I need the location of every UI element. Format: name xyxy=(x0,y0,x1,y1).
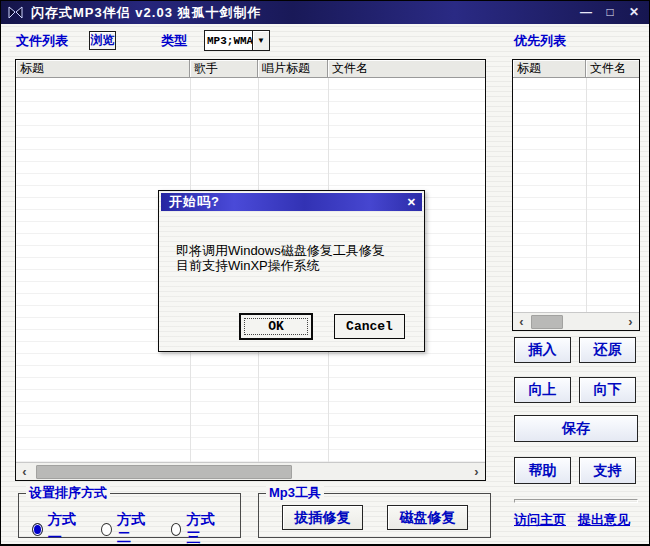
progress-groove xyxy=(514,499,638,503)
priority-list-body[interactable] xyxy=(513,78,639,312)
radio-unselected-icon[interactable] xyxy=(101,523,112,536)
priority-list-label: 优先列表 xyxy=(514,32,566,50)
mp3-tools-group: Mp3工具 拔插修复 磁盘修复 xyxy=(258,493,491,538)
scroll-track[interactable] xyxy=(33,464,468,480)
priority-list-header: 标题 文件名 xyxy=(513,60,639,78)
priority-list-table[interactable]: 标题 文件名 ‹ › xyxy=(512,59,640,331)
column-header-album[interactable]: 唱片标题 xyxy=(258,60,328,78)
file-list-hscrollbar[interactable]: ‹ › xyxy=(16,462,485,480)
type-label: 类型 xyxy=(161,32,187,50)
close-icon[interactable]: ✕ xyxy=(627,1,641,24)
up-button[interactable]: 向上 xyxy=(514,377,571,403)
radio-method-2[interactable]: 方式二 xyxy=(101,511,150,546)
insert-button[interactable]: 插入 xyxy=(514,337,571,363)
dialog-title-bar: 开始吗? ✕ xyxy=(161,193,422,211)
file-type-value: MP3;WMA xyxy=(205,31,252,50)
maximize-icon[interactable]: □ xyxy=(603,1,617,24)
radio-selected-icon[interactable] xyxy=(32,523,43,536)
help-button[interactable]: 帮助 xyxy=(514,457,571,484)
app-icon xyxy=(8,6,23,19)
dialog-message-line2: 目前支持WinXP操作系统 xyxy=(176,258,385,273)
dialog-title: 开始吗? xyxy=(169,193,220,211)
column-divider xyxy=(586,78,587,312)
scroll-right-icon[interactable]: › xyxy=(622,313,639,330)
column-header-filename[interactable]: 文件名 xyxy=(328,60,485,78)
scroll-right-icon[interactable]: › xyxy=(468,463,485,480)
scroll-left-icon[interactable]: ‹ xyxy=(513,313,530,330)
minimize-icon[interactable]: — xyxy=(579,1,593,24)
scroll-thumb[interactable] xyxy=(531,315,563,329)
radio-method-3[interactable]: 方式三 xyxy=(171,511,220,546)
file-list-label: 文件列表 xyxy=(16,32,68,50)
dialog-close-icon[interactable]: ✕ xyxy=(407,193,416,211)
app-window: 闪存式MP3伴侣 v2.03 独孤十剑制作 — □ ✕ 文件列表 浏览 类型 M… xyxy=(0,0,650,546)
radio-label: 方式二 xyxy=(117,511,151,546)
title-bar: 闪存式MP3伴侣 v2.03 独孤十剑制作 — □ ✕ xyxy=(1,1,649,24)
priority-list-hscrollbar[interactable]: ‹ › xyxy=(513,312,639,330)
radio-label: 方式一 xyxy=(48,511,82,546)
scroll-track[interactable] xyxy=(530,314,622,330)
chevron-down-icon[interactable]: ▼ xyxy=(252,31,269,50)
column-header-artist[interactable]: 歌手 xyxy=(190,60,258,78)
radio-label: 方式三 xyxy=(186,511,220,546)
radio-unselected-icon[interactable] xyxy=(171,523,182,536)
homepage-link[interactable]: 访问主页 xyxy=(514,511,566,529)
column-header-title[interactable]: 标题 xyxy=(513,60,586,78)
dialog-message: 即将调用Windows磁盘修复工具修复 目前支持WinXP操作系统 xyxy=(176,243,385,273)
restore-button[interactable]: 还原 xyxy=(579,337,636,363)
disk-repair-button[interactable]: 磁盘修复 xyxy=(387,505,468,530)
file-list-header: 标题 歌手 唱片标题 文件名 xyxy=(16,60,485,78)
column-header-title[interactable]: 标题 xyxy=(16,60,190,78)
file-type-select[interactable]: MP3;WMA ▼ xyxy=(204,30,270,51)
sort-group-title: 设置排序方式 xyxy=(26,485,110,500)
scroll-left-icon[interactable]: ‹ xyxy=(16,463,33,480)
sort-method-group: 设置排序方式 方式一 方式二 方式三 xyxy=(18,493,241,538)
browse-button[interactable]: 浏览 xyxy=(89,31,116,50)
ok-button[interactable]: OK xyxy=(240,314,312,339)
down-button[interactable]: 向下 xyxy=(579,377,636,403)
save-button[interactable]: 保存 xyxy=(514,415,638,442)
support-button[interactable]: 支持 xyxy=(579,457,636,484)
scroll-thumb[interactable] xyxy=(36,465,292,479)
column-header-filename[interactable]: 文件名 xyxy=(586,60,639,78)
radio-method-1[interactable]: 方式一 xyxy=(32,511,81,546)
cancel-button[interactable]: Cancel xyxy=(334,314,405,339)
window-title: 闪存式MP3伴侣 v2.03 独孤十剑制作 xyxy=(31,4,262,22)
confirm-dialog: 开始吗? ✕ 即将调用Windows磁盘修复工具修复 目前支持WinXP操作系统… xyxy=(158,190,425,352)
feedback-link[interactable]: 提出意见 xyxy=(578,511,630,529)
tools-group-title: Mp3工具 xyxy=(266,485,324,500)
unplug-repair-button[interactable]: 拔插修复 xyxy=(282,505,363,530)
dialog-message-line1: 即将调用Windows磁盘修复工具修复 xyxy=(176,243,385,258)
